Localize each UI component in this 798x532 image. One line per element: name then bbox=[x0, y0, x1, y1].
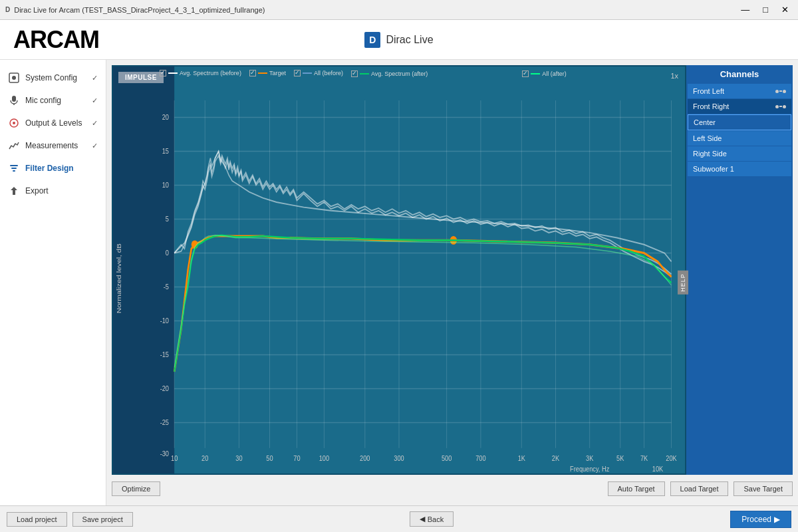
svg-text:200: 200 bbox=[360, 454, 370, 462]
content-area: HELP IMPULSE Avg. Spectrum (before) bbox=[106, 60, 798, 505]
system-config-icon bbox=[8, 72, 20, 84]
main-layout: System Config ✓ Mic config ✓ Output & Le… bbox=[0, 60, 798, 505]
sidebar-item-measurements[interactable]: Measurements ✓ bbox=[0, 134, 106, 157]
avg-after-checkbox[interactable] bbox=[351, 70, 358, 77]
save-target-button[interactable]: Save Target bbox=[733, 481, 793, 496]
export-label: Export bbox=[25, 186, 49, 196]
measurements-icon bbox=[8, 140, 20, 152]
sidebar-item-output-levels[interactable]: Output & Levels ✓ bbox=[0, 112, 106, 134]
svg-text:-30: -30 bbox=[160, 450, 169, 458]
legend-target: Target bbox=[249, 69, 286, 77]
avg-before-checkbox[interactable] bbox=[160, 70, 166, 76]
front-left-link-icon bbox=[775, 90, 786, 93]
svg-text:Frequency, Hz: Frequency, Hz bbox=[570, 466, 609, 473]
svg-text:7K: 7K bbox=[640, 454, 648, 462]
output-levels-icon bbox=[8, 117, 20, 129]
sidebar-item-system-config[interactable]: System Config ✓ bbox=[0, 66, 106, 89]
mic-config-check: ✓ bbox=[92, 96, 98, 105]
legend-avg-after: Avg. Spectrum (after) bbox=[351, 70, 428, 77]
output-levels-check: ✓ bbox=[92, 119, 98, 128]
auto-target-button[interactable]: Auto Target bbox=[608, 481, 665, 496]
proceed-button[interactable]: Proceed ▶ bbox=[730, 511, 791, 528]
window-controls: — □ ✕ bbox=[737, 3, 793, 16]
svg-text:1K: 1K bbox=[518, 454, 525, 462]
svg-text:2K: 2K bbox=[552, 454, 559, 462]
mic-config-label: Mic config bbox=[25, 96, 61, 105]
frequency-chart: IMPULSE Avg. Spectrum (before) Target bbox=[112, 65, 686, 475]
filter-design-icon bbox=[8, 162, 20, 174]
sidebar: System Config ✓ Mic config ✓ Output & Le… bbox=[0, 60, 106, 505]
dirac-brand-name: Dirac Live bbox=[386, 34, 433, 46]
save-project-button[interactable]: Save project bbox=[72, 512, 133, 527]
dirac-brand: D Dirac Live bbox=[364, 32, 433, 48]
svg-text:20: 20 bbox=[162, 113, 169, 121]
channel-right-side[interactable]: Right Side bbox=[688, 146, 791, 161]
svg-text:30: 30 bbox=[235, 454, 242, 462]
channel-front-right[interactable]: Front Right bbox=[688, 99, 791, 114]
channel-left-side[interactable]: Left Side bbox=[688, 131, 791, 146]
svg-marker-9 bbox=[11, 187, 17, 195]
sidebar-item-mic-config[interactable]: Mic config ✓ bbox=[0, 89, 106, 112]
chart-legend: Avg. Spectrum (before) Target All (befor… bbox=[160, 69, 567, 77]
maximize-button[interactable]: □ bbox=[759, 3, 772, 16]
svg-text:-25: -25 bbox=[160, 418, 169, 426]
chart-toolbar: Optimize Auto Target Load Target Save Ta… bbox=[112, 477, 793, 500]
svg-text:Normalized level, dB: Normalized level, dB bbox=[116, 243, 122, 313]
proceed-button-area: Proceed ▶ bbox=[730, 511, 791, 528]
sidebar-item-filter-design[interactable]: Filter Design bbox=[0, 157, 106, 180]
bottom-toolbar: Load project Save project ◀ Back Proceed… bbox=[0, 505, 798, 532]
svg-rect-7 bbox=[11, 168, 17, 169]
system-config-label: System Config bbox=[25, 73, 77, 82]
svg-rect-6 bbox=[10, 165, 18, 166]
target-checkbox[interactable] bbox=[249, 70, 256, 76]
navigation-buttons: ◀ Back bbox=[410, 511, 454, 527]
svg-text:10K: 10K bbox=[652, 466, 663, 473]
channel-center[interactable]: Center bbox=[688, 114, 791, 130]
title-bar: D Dirac Live for Arcam (TEST_BASS_DiracP… bbox=[0, 0, 798, 20]
sidebar-item-export[interactable]: Export bbox=[0, 180, 106, 202]
load-target-button[interactable]: Load Target bbox=[670, 481, 729, 496]
window-title: Dirac Live for Arcam (TEST_BASS_DiracPro… bbox=[14, 6, 265, 14]
optimize-button[interactable]: Optimize bbox=[112, 481, 160, 496]
chart-svg: 20 15 10 5 0 -5 -10 -15 -20 -25 -30 bbox=[113, 66, 685, 473]
measurements-check: ✓ bbox=[92, 142, 98, 150]
impulse-button[interactable]: IMPULSE bbox=[118, 72, 164, 83]
close-button[interactable]: ✕ bbox=[777, 3, 793, 16]
svg-text:500: 500 bbox=[442, 454, 452, 462]
minimize-button[interactable]: — bbox=[737, 3, 753, 16]
all-before-checkbox[interactable] bbox=[294, 70, 301, 76]
svg-text:-15: -15 bbox=[160, 350, 169, 358]
output-levels-label: Output & Levels bbox=[25, 118, 82, 128]
svg-point-5 bbox=[13, 122, 15, 124]
svg-text:-20: -20 bbox=[160, 384, 169, 392]
filter-design-label: Filter Design bbox=[25, 164, 74, 173]
svg-text:5K: 5K bbox=[616, 454, 624, 462]
app-header: ARCAM D Dirac Live bbox=[0, 20, 798, 60]
legend-all-after: All (after) bbox=[522, 70, 567, 77]
zoom-indicator: 1x bbox=[670, 72, 678, 80]
help-tab[interactable]: HELP bbox=[678, 271, 688, 295]
back-arrow-icon: ◀ bbox=[420, 515, 425, 523]
svg-text:-5: -5 bbox=[164, 283, 169, 291]
svg-text:20K: 20K bbox=[666, 454, 676, 462]
channel-subwoofer[interactable]: Subwoofer 1 bbox=[688, 162, 791, 176]
measurements-label: Measurements bbox=[25, 141, 78, 150]
channels-panel: Channels Front Left Front Right Center bbox=[686, 65, 793, 475]
all-after-checkbox[interactable] bbox=[522, 70, 529, 77]
svg-text:20: 20 bbox=[201, 454, 208, 462]
legend-all-before: All (before) bbox=[294, 69, 343, 77]
export-icon bbox=[8, 185, 20, 197]
load-project-button[interactable]: Load project bbox=[7, 512, 67, 527]
svg-text:70: 70 bbox=[293, 454, 300, 462]
svg-text:3K: 3K bbox=[586, 454, 593, 462]
svg-text:-10: -10 bbox=[160, 317, 169, 325]
back-button[interactable]: ◀ Back bbox=[410, 511, 454, 527]
svg-text:15: 15 bbox=[162, 147, 169, 155]
channel-front-left[interactable]: Front Left bbox=[688, 84, 791, 98]
svg-text:700: 700 bbox=[475, 454, 486, 462]
front-right-link-icon bbox=[775, 105, 786, 108]
svg-text:10: 10 bbox=[162, 181, 169, 189]
svg-point-1 bbox=[12, 76, 16, 80]
legend-avg-before: Avg. Spectrum (before) bbox=[160, 69, 241, 77]
svg-text:0: 0 bbox=[166, 249, 169, 257]
